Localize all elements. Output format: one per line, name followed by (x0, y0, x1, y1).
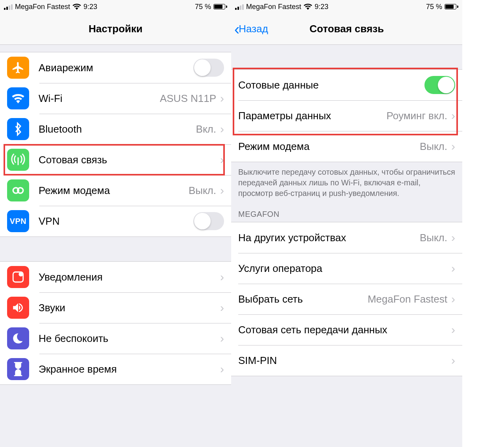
chevron-right-icon: › (451, 354, 455, 367)
chevron-right-icon: › (451, 140, 455, 153)
back-label: Назад (239, 23, 268, 35)
sounds-icon (7, 297, 29, 319)
row-screentime[interactable]: Экранное время › (0, 354, 231, 384)
settings-group-1: Авиарежим Wi-Fi ASUS N11P › Bluetooth Вк… (0, 52, 231, 237)
time-label: 9:23 (83, 3, 97, 11)
chevron-right-icon: › (451, 109, 455, 122)
data-options-value: Роуминг вкл. (387, 110, 447, 122)
status-bar: MegaFon Fastest 9:23 75 % (231, 0, 462, 13)
cellular-group-2: На других устройствах Выкл. › Услуги опе… (231, 222, 462, 376)
row-sounds[interactable]: Звуки › (0, 292, 231, 323)
row-carrier-services[interactable]: Услуги оператора › (231, 253, 462, 284)
chevron-right-icon: › (220, 301, 224, 314)
row-sim-pin[interactable]: SIM-PIN › (231, 345, 462, 376)
cellular-group-1: Сотовые данные Параметры данных Роуминг … (231, 69, 462, 162)
chevron-right-icon: › (220, 184, 224, 197)
vpn-toggle[interactable] (193, 212, 224, 230)
row-airplane[interactable]: Авиарежим (0, 52, 231, 83)
network-selection-label: Выбрать сеть (238, 293, 368, 305)
carrier-label: MegaFon Fastest (246, 3, 301, 11)
megafon-header: MEGAFON (231, 203, 462, 222)
nav-bar: ‹ Назад Сотовая связь (231, 13, 462, 45)
battery-icon (445, 4, 458, 9)
row-data-options[interactable]: Параметры данных Роуминг вкл. › (231, 100, 462, 131)
hotspot-right-label: Режим модема (238, 140, 420, 153)
airplane-icon (7, 57, 29, 79)
sim-pin-label: SIM-PIN (238, 355, 451, 367)
carrier-services-label: Услуги оператора (238, 262, 451, 275)
nav-bar: Настройки (0, 13, 231, 45)
chevron-right-icon: › (220, 92, 224, 105)
hotspot-label: Режим модема (39, 185, 189, 197)
notifications-icon (7, 266, 29, 288)
bluetooth-value: Вкл. (196, 123, 216, 135)
settings-group-2: Уведомления › Звуки › Не беспокоить › Эк… (0, 261, 231, 385)
row-cellular-network[interactable]: Сотовая сеть передачи данных › (231, 314, 462, 345)
battery-pct-label: 75 % (195, 3, 211, 11)
row-bluetooth[interactable]: Bluetooth Вкл. › (0, 114, 231, 144)
battery-pct-label: 75 % (426, 3, 442, 11)
row-wifi[interactable]: Wi-Fi ASUS N11P › (0, 83, 231, 114)
chevron-right-icon: › (451, 323, 455, 336)
row-hotspot[interactable]: Режим модема Выкл. › (0, 175, 231, 206)
page-title: Настройки (89, 23, 143, 35)
svg-point-3 (19, 273, 23, 276)
chevron-right-icon: › (451, 231, 455, 244)
cellular-data-footer: Выключите передачу сотовых данных, чтобы… (231, 162, 462, 203)
dnd-icon (7, 327, 29, 349)
settings-screen: MegaFon Fastest 9:23 75 % Настройки Авиа… (0, 0, 231, 447)
signal-icon (235, 4, 244, 10)
screentime-label: Экранное время (39, 363, 220, 375)
status-bar: MegaFon Fastest 9:23 75 % (0, 0, 231, 13)
row-cellular-data[interactable]: Сотовые данные (231, 70, 462, 100)
cellular-screen: MegaFon Fastest 9:23 75 % ‹ Назад Сотова… (231, 0, 462, 447)
cellular-data-label: Сотовые данные (238, 79, 424, 91)
back-button[interactable]: ‹ Назад (234, 21, 268, 37)
cellular-network-label: Сотовая сеть передачи данных (238, 324, 451, 336)
row-cellular[interactable]: Сотовая связь › (0, 144, 231, 175)
airplane-toggle[interactable] (193, 59, 224, 77)
cellular-data-toggle[interactable] (424, 76, 455, 94)
time-label: 9:23 (315, 3, 328, 11)
chevron-right-icon: › (220, 332, 224, 345)
chevron-right-icon: › (220, 362, 224, 376)
vpn-icon: VPN (7, 210, 29, 232)
hotspot-icon (7, 179, 29, 201)
page-title: Сотовая связь (309, 23, 384, 35)
wifi-row-icon (7, 87, 29, 109)
cellular-icon (7, 149, 29, 171)
bluetooth-icon (7, 118, 29, 140)
network-selection-value: MegaFon Fastest (368, 293, 447, 305)
airplane-label: Авиарежим (39, 62, 193, 74)
carrier-label: MegaFon Fastest (15, 3, 70, 11)
row-vpn[interactable]: VPN VPN (0, 206, 231, 236)
hotspot-right-value: Выкл. (420, 140, 447, 153)
sounds-label: Звуки (39, 302, 220, 314)
other-devices-label: На других устройствах (238, 232, 420, 244)
screentime-icon (7, 358, 29, 380)
bluetooth-label: Bluetooth (39, 123, 196, 135)
signal-icon (4, 4, 13, 10)
row-hotspot-right[interactable]: Режим модема Выкл. › (231, 131, 462, 162)
row-notifications[interactable]: Уведомления › (0, 262, 231, 292)
battery-icon (213, 4, 227, 9)
chevron-right-icon: › (220, 270, 224, 284)
wifi-label: Wi-Fi (39, 92, 160, 105)
chevron-right-icon: › (220, 153, 224, 166)
wifi-icon (304, 4, 312, 10)
other-devices-value: Выкл. (420, 232, 447, 244)
hotspot-value: Выкл. (189, 185, 216, 197)
wifi-icon (72, 4, 81, 10)
row-network-selection[interactable]: Выбрать сеть MegaFon Fastest › (231, 284, 462, 314)
row-other-devices[interactable]: На других устройствах Выкл. › (231, 222, 462, 253)
wifi-value: ASUS N11P (160, 92, 216, 105)
cellular-label: Сотовая связь (39, 154, 220, 166)
vpn-badge-text: VPN (10, 217, 27, 226)
dnd-label: Не беспокоить (39, 332, 220, 345)
notifications-label: Уведомления (39, 271, 220, 283)
chevron-right-icon: › (220, 122, 224, 136)
row-dnd[interactable]: Не беспокоить › (0, 323, 231, 354)
chevron-right-icon: › (451, 262, 455, 275)
chevron-right-icon: › (451, 292, 455, 306)
data-options-label: Параметры данных (238, 110, 387, 122)
